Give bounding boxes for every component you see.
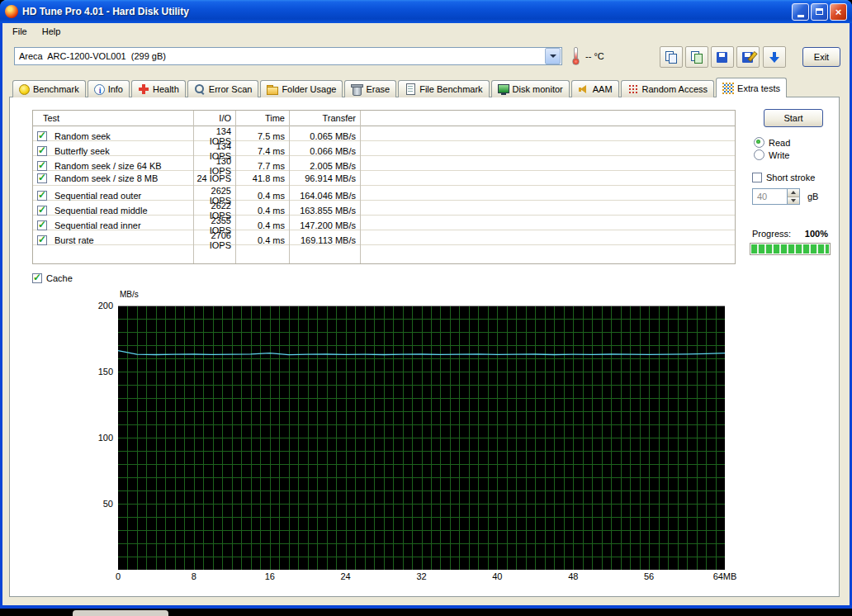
- tab-benchmark[interactable]: Benchmark: [12, 80, 86, 97]
- spin-up-button[interactable]: [788, 189, 799, 197]
- save-icon: [716, 51, 729, 64]
- tab-extra-tests[interactable]: Extra tests: [716, 78, 787, 97]
- time-cell: 0.4 ms: [235, 206, 289, 216]
- column-divider: [289, 111, 290, 263]
- bulb-icon: [19, 84, 30, 95]
- test-checkbox[interactable]: [37, 206, 47, 216]
- drive-select-dropdown-button[interactable]: [545, 48, 561, 64]
- x-tick-label: 64MB: [700, 571, 750, 581]
- time-cell: 0.4 ms: [235, 235, 289, 245]
- table-body: Random seek134 IOPS7.5 ms0.065 MB/sButte…: [33, 126, 735, 245]
- test-checkbox[interactable]: [37, 131, 47, 141]
- x-tick-label: 48: [548, 571, 598, 581]
- tab-aam[interactable]: AAM: [571, 80, 619, 97]
- titlebar: HD Tune Pro 4.01 - Hard Disk Utility ×: [0, 0, 852, 23]
- io-cell: 2706 IOPS: [193, 230, 235, 250]
- maximize-button[interactable]: [811, 3, 828, 21]
- test-checkbox[interactable]: [37, 173, 47, 183]
- test-checkbox[interactable]: [37, 146, 47, 156]
- capture-button[interactable]: [763, 46, 786, 68]
- table-row: Sequential read inner2355 IOPS0.4 ms147.…: [33, 216, 735, 230]
- transfer-cell: 163.855 MB/s: [289, 206, 360, 216]
- menu-file[interactable]: File: [5, 25, 35, 38]
- tab-disk-monitor[interactable]: Disk monitor: [491, 80, 570, 97]
- radio-write[interactable]: Write: [754, 149, 789, 160]
- speaker-icon: [578, 83, 589, 95]
- radio-read[interactable]: Read: [754, 137, 790, 148]
- table-row: Butterfly seek134 IOPS7.4 ms0.066 MB/s: [33, 141, 735, 156]
- test-checkbox[interactable]: [37, 161, 47, 171]
- taskbar-button[interactable]: [73, 610, 168, 616]
- cache-label: Cache: [46, 273, 73, 283]
- time-cell: 0.4 ms: [235, 220, 289, 230]
- tab-health[interactable]: Health: [131, 80, 186, 97]
- exit-button[interactable]: Exit: [802, 47, 840, 67]
- menu-help[interactable]: Help: [35, 25, 69, 38]
- close-button[interactable]: ×: [830, 3, 847, 21]
- save-text-button[interactable]: [736, 46, 760, 68]
- temperature-unit: °C: [594, 51, 604, 61]
- short-stroke-checkbox[interactable]: Short stroke: [752, 173, 815, 182]
- tab-bar: BenchmarkInfoHealthError ScanFolder Usag…: [12, 78, 788, 97]
- chevron-down-icon: [550, 54, 556, 58]
- app-window: HD Tune Pro 4.01 - Hard Disk Utility × F…: [0, 0, 852, 609]
- column-divider: [193, 111, 194, 263]
- test-checkbox[interactable]: [37, 235, 47, 245]
- tab-label: Error Scan: [209, 84, 253, 94]
- test-checkbox[interactable]: [37, 191, 47, 201]
- thermometer-icon: [572, 47, 580, 65]
- column-divider: [235, 111, 236, 263]
- y-tick-label: 150: [83, 367, 113, 377]
- test-name: Random seek / size 64 KB: [54, 161, 162, 171]
- tab-label: File Benchmark: [419, 84, 482, 94]
- short-stroke-stepper[interactable]: 40: [752, 188, 800, 205]
- save-screenshot-button[interactable]: [711, 46, 734, 68]
- drive-select[interactable]: Areca ARC-1200-VOL001 (299 gB): [14, 47, 562, 65]
- transfer-cell: 147.200 MB/s: [289, 220, 360, 230]
- tab-erase[interactable]: Erase: [344, 80, 396, 97]
- window-title: HD Tune Pro 4.01 - Hard Disk Utility: [22, 6, 792, 17]
- x-tick-label: 24: [321, 571, 371, 581]
- table-row: Random seek / size 8 MB24 IOPS41.8 ms96.…: [33, 171, 735, 186]
- table-row: Random seek / size 64 KB130 IOPS7.7 ms2.…: [33, 156, 735, 171]
- tab-error-scan[interactable]: Error Scan: [187, 80, 259, 97]
- x-tick-label: 0: [93, 571, 143, 581]
- monitor-icon: [498, 83, 509, 95]
- cache-box[interactable]: [32, 273, 42, 283]
- radio-read-circle[interactable]: [754, 137, 764, 148]
- tab-label: Disk monitor: [513, 84, 563, 94]
- tab-label: Benchmark: [33, 84, 79, 94]
- random-icon: [627, 83, 639, 95]
- x-tick-label: 32: [397, 571, 447, 581]
- temperature-value: --: [585, 51, 591, 61]
- down-arrow-icon: [768, 51, 781, 64]
- y-tick-label: 100: [83, 433, 113, 443]
- minimize-button[interactable]: [792, 3, 809, 21]
- test-checkbox[interactable]: [37, 220, 47, 230]
- toolbar: Areca ARC-1200-VOL001 (299 gB) -- °C Exi…: [5, 40, 847, 74]
- progress-fill: [751, 244, 829, 254]
- transfer-cell: 0.066 MB/s: [289, 146, 360, 156]
- taskbar: [0, 609, 852, 616]
- test-name: Butterfly seek: [54, 146, 110, 156]
- spinner-buttons: [787, 189, 799, 204]
- tab-label: Random Access: [642, 84, 708, 94]
- test-name: Sequential read outer: [54, 191, 141, 201]
- copy-screenshot-button[interactable]: [660, 46, 683, 68]
- tab-info[interactable]: Info: [88, 80, 130, 97]
- health-icon: [138, 83, 149, 95]
- tab-file-benchmark[interactable]: File Benchmark: [398, 80, 489, 97]
- spin-down-button[interactable]: [788, 197, 799, 205]
- folder-icon: [267, 84, 278, 96]
- start-button[interactable]: Start: [764, 109, 823, 127]
- short-stroke-box[interactable]: [752, 173, 762, 182]
- short-stroke-unit-label: gB: [807, 192, 818, 201]
- tab-folder-usage[interactable]: Folder Usage: [260, 80, 343, 97]
- y-tick-label: 50: [83, 499, 113, 509]
- radio-write-label: Write: [769, 150, 789, 160]
- info-icon: [94, 84, 105, 95]
- tab-random-access[interactable]: Random Access: [621, 80, 714, 97]
- copy-text-button[interactable]: [685, 46, 708, 68]
- radio-write-circle[interactable]: [754, 149, 764, 160]
- cache-checkbox[interactable]: Cache: [32, 273, 73, 283]
